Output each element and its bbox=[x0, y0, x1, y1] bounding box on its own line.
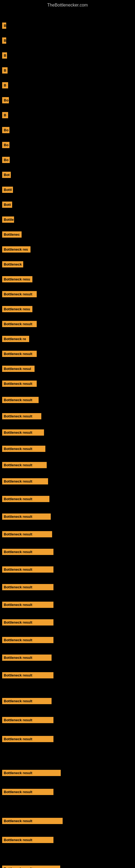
bottleneck-item: Bottleneck result bbox=[2, 770, 61, 776]
bottleneck-item: Bottleneck result bbox=[2, 429, 44, 436]
bottleneck-label: Bottleneck result bbox=[2, 866, 60, 868]
bottleneck-label: Bottleneck result bbox=[2, 351, 37, 357]
bottleneck-label: Bottleneck resul bbox=[2, 366, 35, 372]
bottleneck-label: Bottleneck result bbox=[2, 654, 52, 661]
bottleneck-label: Bottleneck result bbox=[2, 413, 41, 420]
bottleneck-label: Bo bbox=[2, 127, 9, 133]
bottleneck-label: Bo bbox=[2, 142, 9, 148]
bottleneck-item: Bottleneck result bbox=[2, 789, 53, 795]
bottleneck-label: Bottlenec bbox=[2, 231, 21, 238]
bottleneck-item: Bottleneck result bbox=[2, 584, 53, 590]
bottleneck-label: Bottleneck result bbox=[2, 496, 49, 502]
bottleneck-item: Bottleneck result bbox=[2, 818, 63, 824]
bottleneck-label: B bbox=[2, 52, 7, 59]
bottleneck-item: Bottleneck result bbox=[2, 866, 60, 868]
bottleneck-item: Bottleneck result bbox=[2, 321, 37, 327]
bottleneck-label: Bottleneck result bbox=[2, 601, 53, 608]
bottleneck-item: B bbox=[2, 67, 8, 73]
bottleneck-item: Bo bbox=[2, 127, 9, 133]
bottleneck-label: Bottleneck result bbox=[2, 549, 53, 555]
bottleneck-item: Bottleneck result bbox=[2, 566, 53, 572]
bottleneck-item: Bo bbox=[2, 97, 9, 103]
bottleneck-item: Bottleneck result bbox=[2, 462, 47, 468]
bottleneck-item: Bottleneck result bbox=[2, 654, 52, 661]
site-title: TheBottlenecker.com bbox=[0, 0, 135, 9]
bottleneck-label: Bottleneck result bbox=[2, 672, 53, 678]
bottleneck-item: Bo bbox=[2, 142, 9, 148]
bottleneck-item: B bbox=[2, 82, 8, 88]
bottleneck-item: Bottleneck result bbox=[2, 446, 45, 452]
bottleneck-item: Bottleneck result bbox=[2, 601, 53, 608]
bottleneck-label: Bottleneck result bbox=[2, 837, 53, 843]
bottleneck-label: Bottleneck re bbox=[2, 336, 29, 342]
bottleneck-label: Bottleneck result bbox=[2, 380, 37, 387]
bottleneck-label: Bottleneck resu bbox=[2, 306, 32, 312]
bottleneck-item: Bottlenec bbox=[2, 231, 21, 238]
bottleneck-item: Bottleneck result bbox=[2, 496, 49, 502]
bottleneck-label: Bottleneck result bbox=[2, 429, 44, 436]
bottleneck-item: Bottleneck result bbox=[2, 478, 48, 485]
bottleneck-label: B bbox=[2, 23, 6, 29]
bottleneck-item: Bottleneck bbox=[2, 261, 23, 268]
bottleneck-item: Bottleneck result bbox=[2, 397, 39, 403]
bottleneck-label: Bottleneck bbox=[2, 261, 23, 268]
bottleneck-label: Bottleneck result bbox=[2, 566, 53, 572]
bottleneck-item: Bottleneck result bbox=[2, 351, 37, 357]
bottleneck-item: Bottleneck result bbox=[2, 837, 53, 843]
bottleneck-label: Bottleneck result bbox=[2, 736, 53, 742]
bottleneck-item: Bottleneck result bbox=[2, 380, 37, 387]
bottleneck-label: Bo bbox=[2, 97, 9, 103]
bottleneck-item: Bottleneck result bbox=[2, 531, 52, 537]
bottleneck-label: B bbox=[2, 112, 8, 118]
bottleneck-label: Bo bbox=[2, 157, 10, 163]
bottleneck-label: Bottle bbox=[2, 216, 14, 223]
bottleneck-label: Bottleneck result bbox=[2, 478, 48, 485]
bottleneck-label: Bottleneck result bbox=[2, 698, 52, 704]
bottleneck-item: Bottleneck result bbox=[2, 717, 53, 723]
bottleneck-item: Bottleneck resu bbox=[2, 276, 32, 282]
bottleneck-label: Bottleneck result bbox=[2, 584, 53, 590]
bottleneck-label: Bot bbox=[2, 172, 11, 178]
bottleneck-label: Bottleneck result bbox=[2, 462, 47, 468]
bottleneck-item: Bottleneck result bbox=[2, 736, 53, 742]
bottleneck-item: Bottle bbox=[2, 216, 14, 223]
bottleneck-label: Bottleneck result bbox=[2, 789, 53, 795]
bottleneck-label: Bottleneck result bbox=[2, 818, 63, 824]
bottleneck-label: Bottleneck result bbox=[2, 514, 51, 520]
bottleneck-label: B bbox=[2, 37, 6, 44]
bottleneck-item: Bottleneck re bbox=[2, 336, 29, 342]
bottleneck-item: Bottleneck result bbox=[2, 413, 41, 420]
bottleneck-item: Bottleneck result bbox=[2, 549, 53, 555]
bottleneck-item: Bo bbox=[2, 157, 10, 163]
bottleneck-label: Bottleneck result bbox=[2, 619, 53, 625]
bottleneck-label: B bbox=[2, 67, 8, 73]
bottleneck-label: Bottleneck res bbox=[2, 246, 31, 252]
bottleneck-item: Bottleneck resul bbox=[2, 366, 35, 372]
bottleneck-label: Bottleneck result bbox=[2, 637, 53, 643]
bottleneck-item: B bbox=[2, 23, 6, 29]
bottleneck-item: B bbox=[2, 37, 6, 44]
bottleneck-item: Bottleneck result bbox=[2, 637, 53, 643]
bottleneck-label: Bottl bbox=[2, 187, 13, 193]
bottleneck-label: Bottleneck result bbox=[2, 321, 37, 327]
bottleneck-label: Bottleneck result bbox=[2, 770, 61, 776]
bottleneck-label: Bottleneck resu bbox=[2, 276, 32, 282]
bottleneck-item: Bottleneck result bbox=[2, 672, 53, 678]
bottleneck-item: B bbox=[2, 112, 8, 118]
bottleneck-item: Bot bbox=[2, 172, 11, 178]
bottleneck-item: Bottl bbox=[2, 187, 13, 193]
bottleneck-label: Bott bbox=[2, 202, 12, 208]
bottleneck-item: Bottleneck res bbox=[2, 246, 31, 252]
bottleneck-item: Bottleneck resu bbox=[2, 306, 32, 312]
bottleneck-label: Bottleneck result bbox=[2, 717, 53, 723]
bottleneck-item: Bottleneck result bbox=[2, 291, 37, 297]
bottleneck-item: Bott bbox=[2, 202, 12, 208]
bottleneck-label: Bottleneck result bbox=[2, 397, 39, 403]
bottleneck-label: Bottleneck result bbox=[2, 531, 52, 537]
bottleneck-label: B bbox=[2, 82, 8, 88]
bottleneck-item: Bottleneck result bbox=[2, 514, 51, 520]
bottleneck-item: Bottleneck result bbox=[2, 619, 53, 625]
bottleneck-item: Bottleneck result bbox=[2, 698, 52, 704]
bottleneck-item: B bbox=[2, 52, 7, 59]
bottleneck-label: Bottleneck result bbox=[2, 446, 45, 452]
